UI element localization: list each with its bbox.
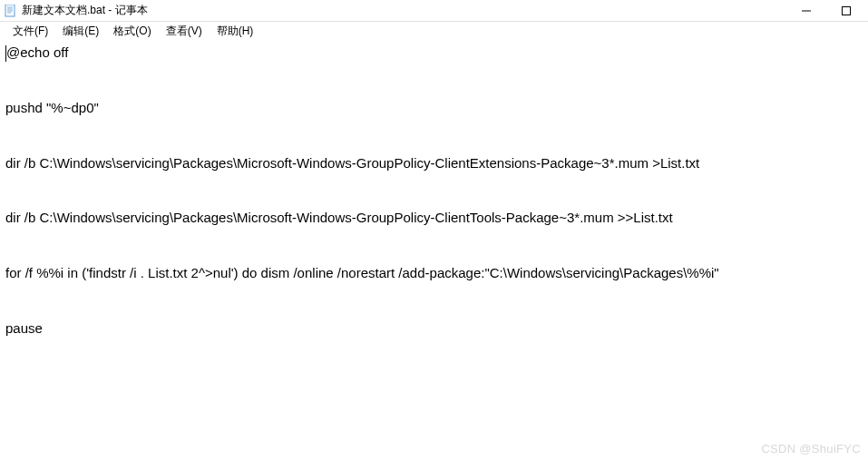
editor-line: @echo off xyxy=(6,44,68,60)
text-editor[interactable]: @echo off pushd "%~dp0" dir /b C:\Window… xyxy=(0,40,868,341)
window-controls xyxy=(795,2,864,20)
svg-rect-0 xyxy=(5,5,15,16)
window-title: 新建文本文档.bat - 记事本 xyxy=(22,3,795,18)
editor-line: pushd "%~dp0" xyxy=(5,100,99,115)
titlebar: 新建文本文档.bat - 记事本 xyxy=(0,0,868,22)
text-caret xyxy=(5,45,6,62)
menu-file[interactable]: 文件(F) xyxy=(5,24,55,39)
menu-help[interactable]: 帮助(H) xyxy=(210,24,261,39)
maximize-button[interactable] xyxy=(835,2,857,20)
menu-edit[interactable]: 编辑(E) xyxy=(55,24,106,39)
editor-line: pause xyxy=(5,320,43,336)
svg-rect-6 xyxy=(843,6,851,15)
watermark: CSDN @ShuiFYC xyxy=(761,442,861,456)
menubar: 文件(F) 编辑(E) 格式(O) 查看(V) 帮助(H) xyxy=(0,22,868,40)
editor-line: dir /b C:\Windows\servicing\Packages\Mic… xyxy=(5,155,699,171)
menu-format[interactable]: 格式(O) xyxy=(106,24,158,39)
editor-line: dir /b C:\Windows\servicing\Packages\Mic… xyxy=(5,210,673,225)
minimize-button[interactable] xyxy=(795,2,817,20)
editor-line: for /f %%i in ('findstr /i . List.txt 2^… xyxy=(5,265,719,280)
notepad-icon xyxy=(4,4,18,18)
menu-view[interactable]: 查看(V) xyxy=(159,24,210,39)
